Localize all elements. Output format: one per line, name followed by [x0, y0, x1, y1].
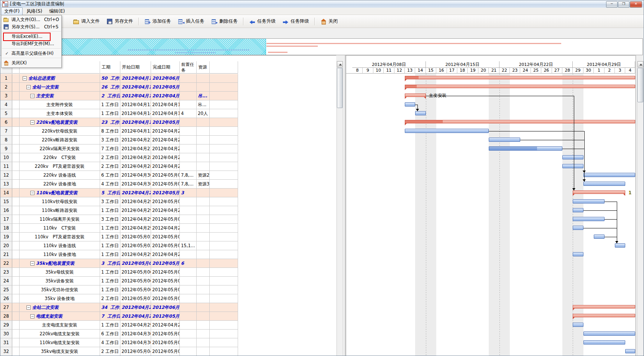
task-bar-row-21[interactable]	[573, 252, 583, 256]
table-row-21[interactable]: 21110kv 设备接地1 工作日2012年04月29日2012年04月29日	[0, 250, 238, 259]
header-predecessor[interactable]: 前置任务	[180, 61, 197, 74]
task-bar-row-9[interactable]	[489, 146, 562, 151]
task-bar-row-11[interactable]	[562, 164, 583, 168]
close-button[interactable]: ✕	[630, 1, 642, 8]
table-row-31[interactable]: 31110kv电缆支架安装4 工作日2012年04月30日2012年05月03日	[0, 338, 238, 347]
table-row-3[interactable]: 3−主变安装2 工作日2012年04月13日2012年04月14日吊...	[0, 92, 238, 100]
summary-bar-row-28[interactable]	[573, 314, 635, 317]
table-row-5[interactable]: 5主变本体安装1 工作日2012年04月14日2012年04月14日420人	[0, 109, 238, 118]
table-vertical-scrollbar[interactable]	[337, 61, 343, 356]
table-row-20[interactable]: 20110kv 设备连线1 工作日2012年05月03日2012年05月03日1…	[0, 241, 238, 250]
table-row-19[interactable]: 19110kv PT及避雷器安装1 工作日2012年05月01日2012年05月…	[0, 233, 238, 241]
table-row-11[interactable]: 11220kv PT及避雷器安装2 工作日2012年04月28日2012年04月…	[0, 162, 238, 171]
maximize-button[interactable]: ❐	[618, 1, 629, 8]
table-row-2[interactable]: 2−全站一次安装26 工作日2012年04月13日2012年05月08日	[0, 83, 238, 92]
gantt-overview-band[interactable]	[1, 38, 643, 55]
menu-item-3[interactable]: 导出Excel(E)...	[2, 33, 61, 40]
menu-item-4[interactable]: 导出到EMF文件(M)...	[2, 40, 61, 48]
toolbar-button-5[interactable]: 任务升级	[246, 16, 279, 26]
header-resource[interactable]: 资源	[197, 61, 210, 74]
task-bar-row-16[interactable]	[573, 208, 583, 212]
table-row-22[interactable]: 22−35kv配电装置安装3 工作日2012年05月06日2012年05月08日…	[0, 259, 238, 268]
task-bar-row-19[interactable]	[594, 235, 604, 239]
table-row-25[interactable]: 2535kv无功补偿安装1 工作日2012年05月06日2012年05月06日	[0, 285, 238, 294]
minimize-button[interactable]: ─	[606, 1, 618, 8]
task-bar-row-29[interactable]	[573, 323, 583, 327]
task-bar-row-5[interactable]	[415, 111, 426, 115]
table-row-26[interactable]: 2635kv 设备接地2 工作日2012年05月07日2012年05月08日	[0, 294, 238, 303]
summary-bar-row-2[interactable]	[405, 85, 635, 88]
task-bar-row-10[interactable]	[562, 155, 583, 159]
table-row-29[interactable]: 29主变电缆支架安装1 工作日2012年04月29日2012年04月29日	[0, 321, 238, 330]
table-row-23[interactable]: 2335kv母线安装1 工作日2012年05月06日2012年05月06日	[0, 268, 238, 277]
table-row-8[interactable]: 8220kv断路器安装3 工作日2012年04月21日2012年04月23日	[0, 136, 238, 144]
summary-bar-row-3[interactable]	[405, 94, 426, 97]
menu-item-8[interactable]: 关闭(X)	[2, 59, 61, 67]
table-row-24[interactable]: 2435kv设备安装1 工作日2012年05月06日2012年05月06日	[0, 277, 238, 285]
header-finish-date[interactable]: 完成日期	[151, 61, 180, 74]
table-row-12[interactable]: 12220kv 设备连线6 工作日2012年04月30日2012年05月05日7…	[0, 171, 238, 180]
gantt-vertical-scrollbar[interactable]	[637, 61, 644, 356]
menubar-item-0[interactable]: 文件(F)	[1, 7, 23, 15]
table-row-15[interactable]: 15110kv软母线安装3 工作日2012年04月29日2012年05月01日	[0, 197, 238, 206]
table-row-10[interactable]: 10220kv CT安装2 工作日2012年04月28日2012年04月29日	[0, 153, 238, 162]
header-start-date[interactable]: 开始日期	[120, 61, 151, 74]
summary-bar-row-6[interactable]	[405, 120, 635, 123]
gantt-scroll-up-icon[interactable]	[637, 61, 643, 67]
toolbar-button-2[interactable]: 添加任务	[141, 16, 174, 26]
table-row-14[interactable]: 14−110kv配电装置安装5 工作日2012年04月29日2012年05月03…	[0, 189, 238, 197]
table-row-16[interactable]: 16110kv断路器安装1 工作日2012年04月29日2012年04月29日	[0, 206, 238, 215]
toolbar-button-3[interactable]: 插入任务	[174, 16, 208, 26]
table-row-9[interactable]: 9220kv隔离开关安装7 工作日2012年04月21日2012年04月27日	[0, 144, 238, 153]
table-row-32[interactable]: 3235kv电缆支架安装2 工作日2012年05月04日2012年05月05日	[0, 347, 238, 356]
table-row-27[interactable]: 27−全站二次安装34 工作日2012年04月29日2012年06月01日	[0, 303, 238, 312]
collapse-icon[interactable]: −	[26, 305, 31, 310]
summary-bar-row-1[interactable]	[405, 76, 635, 79]
collapse-icon[interactable]: −	[30, 191, 34, 195]
table-row-30[interactable]: 30220kv电缆支架安装6 工作日2012年04月30日2012年05月05日	[0, 330, 238, 338]
collapse-icon[interactable]: −	[23, 76, 27, 80]
toolbar-button-1[interactable]: 另存文件	[103, 16, 136, 26]
table-scroll-up-icon[interactable]	[337, 61, 343, 67]
task-bar-row-13[interactable]	[583, 182, 626, 186]
menubar-item-2[interactable]: 编辑(E)	[46, 7, 68, 15]
table-row-13[interactable]: 13220kv 设备接地4 工作日2012年04月30日2012年05月03日7…	[0, 180, 238, 189]
table-scrollbar-thumb[interactable]	[337, 68, 343, 108]
task-bar-row-20[interactable]	[615, 243, 625, 248]
pane-splitter[interactable]	[345, 55, 345, 356]
gantt-scrollbar-thumb[interactable]	[637, 68, 643, 102]
table-row-1[interactable]: 1−全站总进度图50 工作日2012年04月13日2012年06月01日	[0, 74, 238, 83]
task-bar-row-12[interactable]	[583, 173, 635, 177]
task-bar-row-4[interactable]	[405, 102, 415, 107]
table-row-6[interactable]: 6−220kv配电装置安装23 工作日2012年04月13日2012年05月05…	[0, 118, 238, 127]
menu-item-0[interactable]: 调入文件(O)...Ctrl+O	[2, 16, 61, 23]
task-bar-row-30[interactable]	[583, 331, 635, 336]
header-duration[interactable]: 工期	[100, 61, 120, 74]
task-bar-row-31[interactable]	[583, 340, 626, 345]
menu-item-1[interactable]: 另存文件(S)...Ctrl+S	[2, 23, 61, 31]
table-row-28[interactable]: 28−电缆支架安装7 工作日2012年04月29日2012年05月05日	[0, 312, 238, 321]
menubar-item-1[interactable]: 风络(S)	[23, 7, 45, 15]
collapse-icon[interactable]: −	[30, 314, 34, 318]
table-row-4[interactable]: 4主变附件安装1 工作日2012年04月13日2012年04月13日吊...	[0, 100, 238, 109]
summary-bar-row-27[interactable]	[573, 305, 635, 308]
task-bar-row-15[interactable]	[573, 199, 604, 203]
collapse-icon[interactable]: −	[30, 261, 34, 266]
toolbar-button-0[interactable]: 调入文件	[70, 16, 103, 26]
task-bar-row-18[interactable]	[573, 226, 583, 230]
collapse-icon[interactable]: −	[30, 94, 34, 98]
table-row-18[interactable]: 18110kv CT安装1 工作日2012年04月29日2012年04月29日	[0, 224, 238, 233]
toolbar-button-4[interactable]: 删除任务	[208, 16, 241, 26]
task-bar-row-17[interactable]	[573, 217, 604, 221]
toolbar-button-7[interactable]: 关闭	[317, 16, 341, 26]
menu-item-6[interactable]: ✓高亮显示父级任务(H)	[2, 50, 61, 57]
collapse-icon[interactable]: −	[30, 120, 34, 125]
table-row-7[interactable]: 7220kv软母线安装8 工作日2012年04月13日2012年04月20日	[0, 127, 238, 136]
task-bar-row-7[interactable]	[405, 129, 489, 133]
summary-bar-row-14[interactable]	[573, 190, 625, 194]
collapse-icon[interactable]: −	[26, 85, 31, 89]
toolbar-button-6[interactable]: 任务降级	[279, 16, 312, 26]
task-bar-row-32[interactable]	[625, 349, 635, 353]
task-bar-row-8[interactable]	[489, 138, 520, 142]
table-row-17[interactable]: 17110kv隔离开关安装3 工作日2012年04月29日2012年05月01日	[0, 215, 238, 224]
